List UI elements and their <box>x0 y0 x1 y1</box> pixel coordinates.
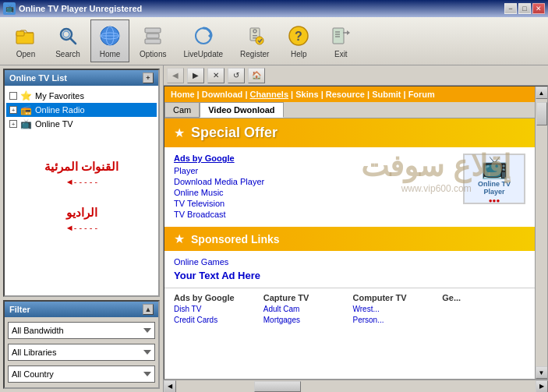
tree-header-title: Online TV List <box>9 73 67 83</box>
open-button[interactable]: Open <box>6 19 45 62</box>
favorites-expand[interactable] <box>9 92 17 100</box>
ad-link-player[interactable]: Player <box>174 166 454 175</box>
ads-col1-link1[interactable]: Dish TV <box>174 304 257 315</box>
nav-home[interactable]: Home <box>171 90 195 99</box>
app-title: Online TV Player Unregistered <box>19 4 142 13</box>
svg-text:?: ? <box>295 30 302 43</box>
tab-cam[interactable]: Cam <box>164 102 200 118</box>
options-label: Options <box>140 50 166 58</box>
nav-resource[interactable]: Resource <box>326 90 365 99</box>
nav-submit[interactable]: Submit <box>372 90 401 99</box>
hscroll-track[interactable] <box>176 380 536 393</box>
sponsored-star: ★ <box>174 231 185 246</box>
maximize-button[interactable]: □ <box>518 3 531 14</box>
scroll-down-button[interactable]: ▼ <box>536 366 548 379</box>
exit-label: Exit <box>334 50 348 58</box>
filter-title: Filter <box>9 305 30 314</box>
back-button[interactable]: ◀ <box>167 68 184 83</box>
svg-rect-11 <box>145 39 161 44</box>
title-bar: 📺 Online TV Player Unregistered − □ ✕ <box>0 0 548 17</box>
tv-expand[interactable]: + <box>9 120 17 128</box>
exit-button[interactable]: Exit <box>321 19 360 62</box>
minimize-button[interactable]: − <box>504 3 517 14</box>
favorites-item[interactable]: ⭐ My Favorites <box>6 89 157 103</box>
filter-collapse-button[interactable]: ▲ <box>143 304 154 315</box>
svg-point-18 <box>256 37 263 44</box>
sponsored-link-1[interactable]: Online Games <box>174 257 525 267</box>
ads-col3-link1[interactable]: Wrest... <box>353 304 437 315</box>
bandwidth-select[interactable]: All Bandwidth <box>8 322 155 339</box>
home-button[interactable]: Home <box>90 19 129 62</box>
nav-download[interactable]: Download <box>202 90 243 99</box>
scroll-up-button[interactable]: ▲ <box>536 87 548 99</box>
site-tabs: Cam Video Dwonload <box>164 102 535 118</box>
ads-col1-header: Ads by Google <box>174 293 257 302</box>
filter-dropdowns: All Bandwidth All Libraries All Country <box>5 317 158 387</box>
ads-col3-link2[interactable]: Person... <box>353 315 437 326</box>
radio-expand[interactable]: + <box>9 106 17 114</box>
ad-link-television[interactable]: TV Television <box>174 199 454 208</box>
tree-expand-button[interactable]: + <box>143 72 154 83</box>
options-button[interactable]: Options <box>133 19 173 62</box>
nav-skins[interactable]: Skins <box>295 90 318 99</box>
tree-header: Online TV List + <box>5 70 158 86</box>
horizontal-scrollbar: ◀ ▶ <box>164 380 548 392</box>
stop-button[interactable]: ✕ <box>207 68 225 83</box>
nav-forum[interactable]: Forum <box>408 90 435 99</box>
close-button[interactable]: ✕ <box>532 3 545 14</box>
scroll-thumb[interactable] <box>536 102 547 125</box>
svg-rect-9 <box>145 28 161 33</box>
home-label: Home <box>100 50 121 58</box>
nav-channels[interactable]: Channels <box>250 90 289 99</box>
scroll-track[interactable] <box>536 99 548 366</box>
radio-icon: 📻 <box>20 104 32 115</box>
app-icon: 📺 <box>3 2 16 15</box>
hscroll-thumb[interactable] <box>254 381 301 392</box>
right-content: ◀ ▶ ✕ ↺ 🏠 Home | Download | Channels | S… <box>164 65 548 392</box>
hscroll-right-button[interactable]: ▶ <box>536 380 548 393</box>
home-icon <box>97 23 122 48</box>
liveupdate-icon <box>191 23 216 48</box>
liveupdate-button[interactable]: LiveUpdate <box>176 19 230 62</box>
vertical-scrollbar: ▲ ▼ <box>535 87 547 379</box>
ads-col3-header: Computer TV <box>353 293 437 302</box>
arrow-radio: ◄- - - - - <box>12 223 150 232</box>
radio-label: Online Radio <box>35 105 85 115</box>
left-panel: Online TV List + ⭐ My Favorites + 📻 Onli… <box>0 65 164 392</box>
favorites-icon: ⭐ <box>20 90 32 101</box>
svg-marker-23 <box>347 30 350 35</box>
sponsored-bar: ★ Sponsored Links <box>164 227 535 251</box>
main-layout: Online TV List + ⭐ My Favorites + 📻 Onli… <box>0 65 548 392</box>
tv-icon: 📺 <box>20 118 32 129</box>
forward-button[interactable]: ▶ <box>187 68 204 83</box>
ads-by-google[interactable]: Ads by Google <box>174 154 454 163</box>
ad-link-broadcast[interactable]: TV Broadcast <box>174 210 454 219</box>
nav-bar: ◀ ▶ ✕ ↺ 🏠 <box>164 65 548 86</box>
help-icon: ? <box>286 23 311 48</box>
tab-videodwonload[interactable]: Video Dwonload <box>200 102 283 118</box>
filter-panel: Filter ▲ All Bandwidth All Libraries All… <box>3 300 160 389</box>
refresh-button[interactable]: ↺ <box>228 68 245 83</box>
sponsored-link-2[interactable]: Your Text Ad Here <box>174 270 525 281</box>
ad-link-music[interactable]: Online Music <box>174 188 454 197</box>
svg-line-3 <box>70 38 76 44</box>
ad-link-download[interactable]: Download Media Player <box>174 177 454 186</box>
country-select[interactable]: All Country <box>8 366 155 383</box>
register-button[interactable]: Register <box>233 19 276 62</box>
sponsored-links-section: Online Games Your Text Ad Here <box>164 251 535 288</box>
search-button[interactable]: Search <box>48 19 87 62</box>
web-view: Home | Download | Channels | Skins | Res… <box>164 86 548 380</box>
help-button[interactable]: ? Help <box>279 19 318 62</box>
libraries-select[interactable]: All Libraries <box>8 344 155 361</box>
radio-item[interactable]: + 📻 Online Radio <box>6 103 157 117</box>
ads-col1-link2[interactable]: Credit Cards <box>174 315 257 326</box>
window-controls: − □ ✕ <box>504 3 545 14</box>
ads-section: Ads by Google Player Download Media Play… <box>164 147 535 227</box>
tv-item[interactable]: + 📺 Online TV <box>6 117 157 131</box>
hscroll-left-button[interactable]: ◀ <box>164 380 176 393</box>
ads-left: Ads by Google Player Download Media Play… <box>174 154 454 221</box>
open-icon <box>13 23 38 48</box>
ads-col2-link1[interactable]: Adult Cam <box>263 304 347 315</box>
navhome-button[interactable]: 🏠 <box>248 68 265 83</box>
ads-col2-link2[interactable]: Mortgages <box>263 315 347 326</box>
